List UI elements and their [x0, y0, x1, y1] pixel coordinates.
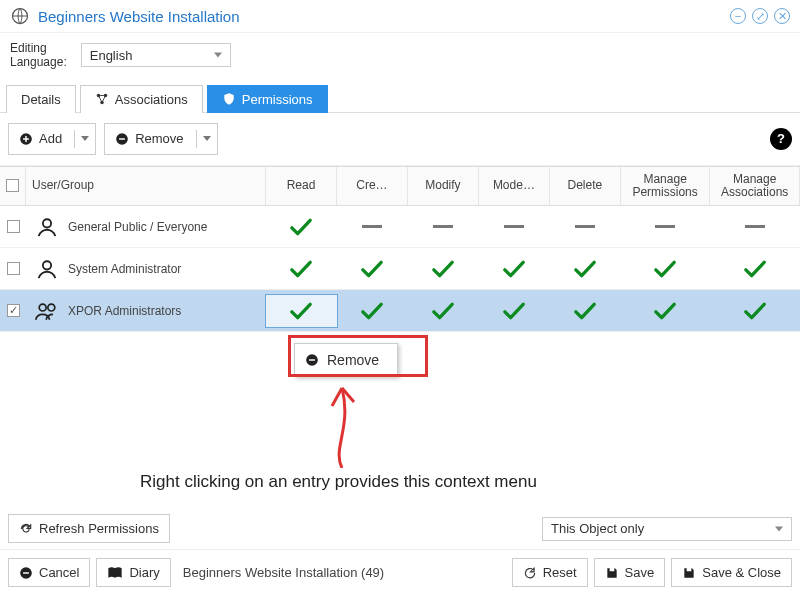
col-manage-associations[interactable]: Manage Associations — [710, 167, 800, 205]
row-name-label: System Administrator — [68, 262, 181, 276]
grid-header: User/Group Read Cre… Modify Mode… Delete… — [0, 166, 800, 206]
perm-cell-manage_assoc[interactable] — [710, 295, 800, 327]
tab-associations[interactable]: Associations — [80, 85, 203, 113]
footer: Cancel Diary Beginners Website Installat… — [0, 549, 800, 595]
cancel-button[interactable]: Cancel — [8, 558, 90, 587]
col-usergroup[interactable]: User/Group — [26, 167, 266, 205]
language-row: Editing Language: English — [0, 33, 800, 84]
tab-permissions[interactable]: Permissions — [207, 85, 328, 113]
refresh-icon — [523, 566, 537, 580]
grid-body: General Public / EveryoneSystem Administ… — [0, 206, 800, 332]
row-name-label: XPOR Administrators — [68, 304, 181, 318]
row-checkbox[interactable] — [7, 304, 20, 317]
save-icon — [682, 566, 696, 580]
perm-cell-read[interactable] — [266, 295, 337, 327]
row-name-cell: XPOR Administrators — [26, 294, 266, 328]
minimize-button[interactable]: − — [730, 8, 746, 24]
perm-cell-modify[interactable] — [408, 253, 479, 285]
perm-cell-delete[interactable] — [550, 253, 621, 285]
minus-circle-icon — [19, 566, 33, 580]
user-icon — [34, 258, 60, 280]
add-button[interactable]: Add — [8, 123, 96, 155]
perm-cell-create[interactable] — [337, 253, 408, 285]
book-icon — [107, 566, 123, 580]
row-name-cell: General Public / Everyone — [26, 210, 266, 244]
row-name-cell: System Administrator — [26, 252, 266, 286]
user-icon — [34, 216, 60, 238]
perm-cell-moderate[interactable] — [479, 219, 550, 234]
col-read[interactable]: Read — [266, 167, 337, 205]
perm-cell-delete[interactable] — [550, 219, 621, 234]
close-button[interactable]: ✕ — [774, 8, 790, 24]
scope-select[interactable]: This Object only — [542, 517, 792, 541]
save-icon — [605, 566, 619, 580]
row-checkbox[interactable] — [7, 262, 20, 275]
plus-circle-icon — [19, 132, 33, 146]
perm-cell-moderate[interactable] — [479, 295, 550, 327]
col-moderate[interactable]: Mode… — [479, 167, 550, 205]
select-all-checkbox[interactable] — [6, 179, 19, 192]
minus-circle-icon — [305, 353, 319, 367]
perm-cell-manage_perm[interactable] — [620, 295, 710, 327]
maximize-button[interactable]: ⤢ — [752, 8, 768, 24]
reset-button[interactable]: Reset — [512, 558, 588, 587]
language-select[interactable]: English — [81, 43, 231, 67]
tab-details[interactable]: Details — [6, 85, 76, 113]
refresh-permissions-button[interactable]: Refresh Permissions — [8, 514, 170, 543]
perm-cell-delete[interactable] — [550, 295, 621, 327]
perm-cell-read[interactable] — [266, 253, 337, 285]
annotation-arrow-icon — [322, 378, 362, 468]
col-delete[interactable]: Delete — [550, 167, 621, 205]
row-name-label: General Public / Everyone — [68, 220, 207, 234]
perm-cell-manage_assoc[interactable] — [710, 253, 800, 285]
footer-object-name: Beginners Website Installation (49) — [183, 565, 384, 580]
title-bar: Beginners Website Installation − ⤢ ✕ — [0, 0, 800, 33]
perm-cell-create[interactable] — [337, 219, 408, 234]
table-row[interactable]: System Administrator — [0, 248, 800, 290]
col-create[interactable]: Cre… — [337, 167, 408, 205]
minus-circle-icon — [115, 132, 129, 146]
perm-cell-manage_perm[interactable] — [620, 219, 710, 234]
page-title: Beginners Website Installation — [38, 8, 730, 25]
perm-cell-modify[interactable] — [408, 295, 479, 327]
annotation-text: Right clicking on an entry provides this… — [140, 472, 537, 492]
perm-cell-read[interactable] — [266, 211, 337, 243]
group-icon — [34, 300, 60, 322]
col-modify[interactable]: Modify — [408, 167, 479, 205]
perm-cell-create[interactable] — [337, 295, 408, 327]
remove-button[interactable]: Remove — [104, 123, 217, 155]
globe-icon — [10, 6, 30, 26]
add-dropdown[interactable] — [74, 130, 95, 148]
save-button[interactable]: Save — [594, 558, 666, 587]
perm-cell-manage_perm[interactable] — [620, 253, 710, 285]
perm-cell-manage_assoc[interactable] — [710, 219, 800, 234]
table-row[interactable]: XPOR Administrators — [0, 290, 800, 332]
svg-point-6 — [43, 219, 51, 227]
context-menu-remove[interactable]: Remove — [327, 352, 379, 368]
language-label: Editing Language: — [10, 41, 67, 70]
remove-dropdown[interactable] — [196, 130, 217, 148]
svg-point-7 — [43, 261, 51, 269]
toolbar: Add Remove ? — [0, 112, 800, 166]
col-manage-permissions[interactable]: Manage Permissions — [621, 167, 711, 205]
tabs: Details Associations Permissions — [0, 84, 800, 112]
perm-cell-moderate[interactable] — [479, 253, 550, 285]
context-menu: Remove — [294, 343, 398, 377]
shield-icon — [222, 92, 236, 106]
save-close-button[interactable]: Save & Close — [671, 558, 792, 587]
svg-point-8 — [39, 304, 46, 311]
svg-point-9 — [48, 304, 55, 311]
associations-icon — [95, 92, 109, 106]
row-checkbox[interactable] — [7, 220, 20, 233]
help-button[interactable]: ? — [770, 128, 792, 150]
refresh-icon — [19, 522, 33, 536]
diary-button[interactable]: Diary — [96, 558, 170, 587]
perm-cell-modify[interactable] — [408, 219, 479, 234]
table-row[interactable]: General Public / Everyone — [0, 206, 800, 248]
scope-row: Refresh Permissions This Object only — [0, 504, 800, 549]
